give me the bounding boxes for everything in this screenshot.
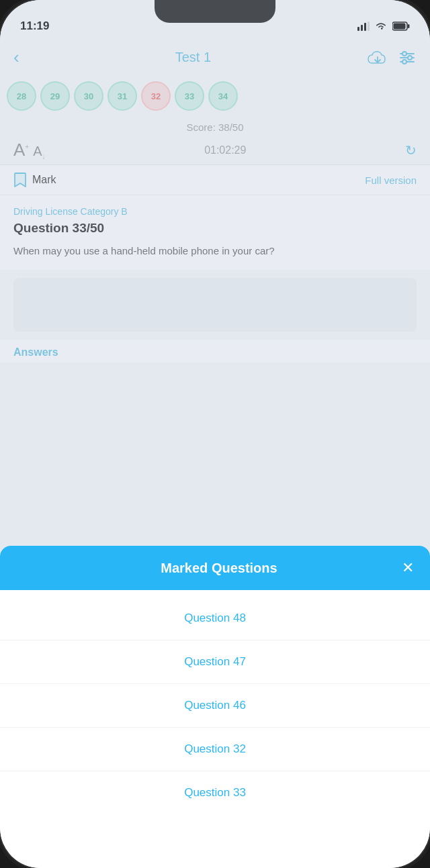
modal-close-button[interactable]: ✕ [402, 559, 414, 577]
marked-questions-modal: Marked Questions ✕ Question 48 Question … [0, 546, 430, 868]
modal-item-q32[interactable]: Question 32 [0, 728, 430, 771]
modal-item-q48[interactable]: Question 48 [0, 597, 430, 640]
modal-list: Question 48 Question 47 Question 46 Ques… [0, 590, 430, 821]
modal-item-q33[interactable]: Question 33 [0, 771, 430, 814]
modal-item-q47[interactable]: Question 47 [0, 640, 430, 684]
modal-title: Marked Questions [161, 561, 277, 576]
modal-header: Marked Questions ✕ [0, 546, 430, 590]
phone-screen: 11:19 [0, 0, 430, 868]
phone-frame: 11:19 [0, 0, 430, 868]
modal-item-q46[interactable]: Question 46 [0, 684, 430, 728]
